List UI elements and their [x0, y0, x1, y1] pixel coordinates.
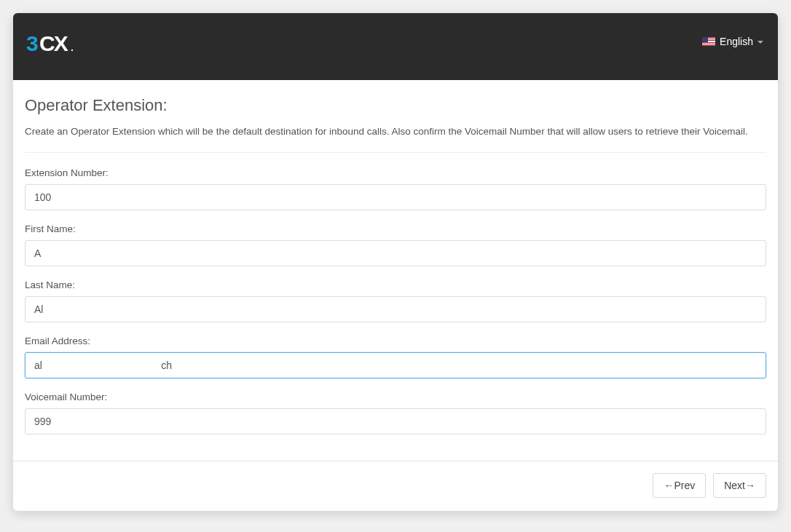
- logo-svg: 3 CX: [26, 32, 93, 55]
- prev-button[interactable]: ←Prev: [653, 473, 706, 498]
- form-group-first-name: First Name:: [25, 223, 766, 266]
- language-selector[interactable]: English: [702, 36, 763, 47]
- form-group-last-name: Last Name:: [25, 279, 766, 322]
- footer-nav: ←Prev Next→: [13, 461, 778, 511]
- caret-down-icon: [757, 41, 763, 44]
- language-label: English: [720, 36, 753, 47]
- page-description: Create an Operator Extension which will …: [25, 125, 766, 153]
- next-button-label: Next→: [724, 480, 755, 491]
- prev-button-label: ←Prev: [664, 480, 695, 491]
- last-name-label: Last Name:: [25, 279, 766, 290]
- content-area: Operator Extension: Create an Operator E…: [13, 80, 778, 461]
- next-button[interactable]: Next→: [713, 473, 766, 498]
- brand-logo: 3 CX: [26, 32, 93, 55]
- extension-number-label: Extension Number:: [25, 167, 766, 178]
- email-input[interactable]: [25, 352, 766, 378]
- page-title: Operator Extension:: [25, 96, 766, 115]
- last-name-input[interactable]: [25, 296, 766, 322]
- svg-text:3: 3: [26, 32, 38, 55]
- voicemail-number-label: Voicemail Number:: [25, 392, 766, 402]
- first-name-input[interactable]: [25, 240, 766, 266]
- voicemail-number-input[interactable]: [25, 408, 766, 434]
- email-label: Email Address:: [25, 336, 766, 346]
- form-group-email: Email Address:: [25, 336, 766, 378]
- form-group-extension: Extension Number:: [25, 167, 766, 210]
- header-bar: 3 CX English: [13, 13, 778, 80]
- wizard-panel: 3 CX English Operator Extension: Create …: [13, 13, 778, 511]
- form-group-voicemail: Voicemail Number:: [25, 392, 766, 434]
- flag-icon: [702, 37, 715, 46]
- svg-text:CX: CX: [39, 32, 68, 55]
- extension-number-input[interactable]: [25, 184, 766, 210]
- svg-rect-2: [71, 49, 73, 51]
- first-name-label: First Name:: [25, 223, 766, 234]
